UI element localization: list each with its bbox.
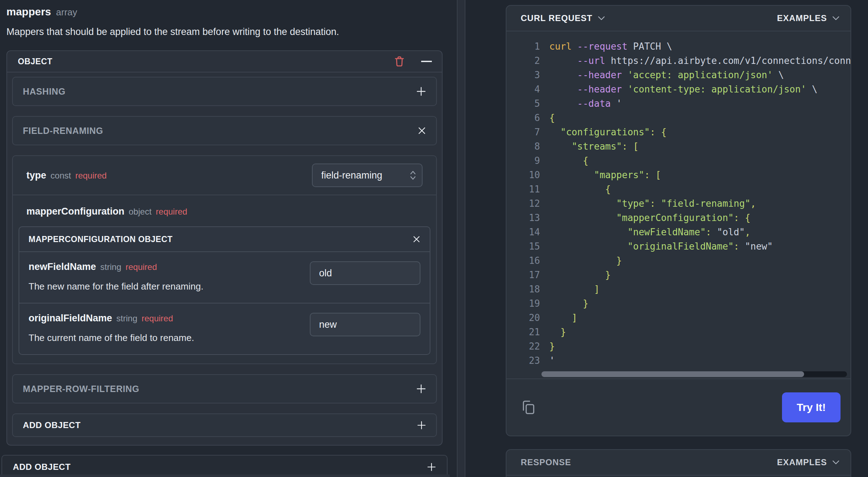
line-number: 1: [506, 39, 540, 54]
new-field-name-row: newFieldName string required The new nam…: [19, 252, 430, 303]
code-text: "configurations": {: [540, 125, 667, 139]
add-object-outer-button[interactable]: ADD OBJECT: [1, 455, 448, 477]
code-text: ]: [540, 282, 600, 296]
add-object-outer-label: ADD OBJECT: [13, 462, 71, 472]
curl-request-dropdown[interactable]: CURL REQUEST: [521, 13, 605, 23]
line-number: 12: [506, 196, 540, 211]
mapper-configuration-card: MAPPERCONFIGURATION OBJECT newFieldName: [19, 226, 430, 355]
code-line: 14 "newFieldName": "old",: [506, 225, 851, 239]
code-text: {: [540, 182, 611, 196]
line-number: 22: [506, 339, 540, 353]
new-field-name-label: newFieldName: [29, 261, 96, 272]
horizontal-scrollbar-thumb[interactable]: [541, 371, 804, 377]
code-line: 11 {: [506, 182, 851, 196]
trash-icon: [393, 55, 406, 68]
line-number: 17: [506, 268, 540, 282]
code-line: 13 "mapperConfiguration": {: [506, 211, 851, 225]
code-line: 3 --header 'accept: application/json' \: [506, 68, 851, 82]
code-line: 16 }: [506, 253, 851, 268]
code-footer: Try It!: [506, 378, 851, 436]
curl-request-title: CURL REQUEST: [521, 13, 592, 23]
code-text: }: [540, 296, 589, 311]
object-card-header: OBJECT: [7, 51, 442, 72]
api-docs-page: mappers array Mappers that should be app…: [0, 0, 868, 477]
code-lines: 1curl --request PATCH \2 --url https://a…: [506, 31, 851, 368]
try-it-button[interactable]: Try It!: [782, 392, 841, 422]
code-text: --header 'content-type: application/json…: [540, 82, 817, 96]
code-text: "type": "field-renaming",: [540, 196, 756, 211]
response-title: RESPONSE: [521, 457, 571, 467]
code-line: 21 }: [506, 325, 851, 339]
code-line: 2 --url https://api.airbyte.com/v1/conne…: [506, 54, 851, 68]
original-field-name-row: originalFieldName string required The cu…: [19, 303, 430, 354]
field-type: array: [56, 7, 77, 18]
code-line: 8 "streams": [: [506, 139, 851, 154]
add-object-inner-button[interactable]: ADD OBJECT: [12, 413, 437, 437]
type-name: type: [26, 170, 46, 181]
original-field-name-input[interactable]: [310, 313, 420, 336]
new-field-name-meta: string: [100, 262, 121, 272]
mapper-configuration-name: mapperConfiguration: [26, 206, 125, 217]
field-renaming-content: type const required field-renaming: [12, 155, 437, 364]
code-text: ': [540, 353, 555, 368]
code-text: "originalFieldName": "new": [540, 239, 773, 253]
line-number: 2: [506, 54, 540, 68]
code-text: --header 'accept: application/json' \: [540, 68, 784, 82]
stepper-icon: [409, 170, 417, 181]
code-text: }: [540, 339, 555, 353]
original-field-name-info: originalFieldName string required The cu…: [29, 313, 194, 343]
horizontal-scrollbar[interactable]: [541, 371, 847, 377]
hashing-title: HASHING: [23, 86, 65, 97]
chevron-down-icon: [832, 16, 840, 21]
code-line: 19 }: [506, 296, 851, 311]
line-number: 18: [506, 282, 540, 296]
section-mapper-row-filtering[interactable]: MAPPER-ROW-FILTERING: [12, 374, 437, 403]
type-select[interactable]: field-renaming: [312, 164, 423, 187]
delete-object-button[interactable]: [393, 55, 406, 68]
object-card-body: HASHING FIELD-RENAMING type co: [7, 72, 442, 445]
panel-scrollbar-gutter[interactable]: [457, 0, 465, 477]
new-field-name-required-badge: required: [126, 262, 157, 272]
line-number: 23: [506, 353, 540, 368]
code-line: 9 {: [506, 154, 851, 168]
original-field-name-description: The current name of the field to rename.: [29, 332, 194, 343]
original-field-name-label: originalFieldName: [29, 313, 112, 324]
line-number: 3: [506, 68, 540, 82]
mapper-configuration-card-header: MAPPERCONFIGURATION OBJECT: [19, 227, 430, 252]
section-field-renaming[interactable]: FIELD-RENAMING: [12, 116, 437, 145]
section-hashing[interactable]: HASHING: [12, 77, 437, 106]
plus-icon: [416, 86, 426, 96]
new-field-name-description: The new name for the field after renamin…: [29, 281, 203, 292]
minus-icon: [421, 60, 432, 62]
type-row-labels: type const required: [26, 170, 107, 181]
field-description: Mappers that should be applied to the st…: [6, 26, 450, 37]
code-text: curl --request PATCH \: [540, 39, 672, 54]
type-row: type const required field-renaming: [13, 156, 436, 195]
type-meta: const: [51, 171, 71, 181]
type-select-value: field-renaming: [321, 170, 382, 181]
code-text: "mappers": [: [540, 168, 661, 182]
code-line: 5 --data ': [506, 96, 851, 111]
mapper-configuration-card-title: MAPPERCONFIGURATION OBJECT: [29, 235, 173, 244]
new-field-name-input[interactable]: [310, 261, 420, 285]
line-number: 15: [506, 239, 540, 253]
close-mapper-configuration-button[interactable]: [413, 235, 420, 243]
collapse-object-button[interactable]: [421, 60, 432, 62]
code-line: 20 ]: [506, 311, 851, 325]
code-line: 17 }: [506, 268, 851, 282]
code-text: }: [540, 268, 611, 282]
field-name: mappers: [6, 6, 51, 18]
line-number: 7: [506, 125, 540, 139]
line-number: 19: [506, 296, 540, 311]
code-line: 23': [506, 353, 851, 368]
code-text: "mapperConfiguration": {: [540, 211, 751, 225]
line-number: 10: [506, 168, 540, 182]
copy-icon: [520, 399, 536, 416]
curl-request-header: CURL REQUEST EXAMPLES: [506, 6, 851, 31]
code-line: 10 "mappers": [: [506, 168, 851, 182]
line-number: 11: [506, 182, 540, 196]
copy-code-button[interactable]: [520, 399, 536, 416]
schema-form-panel: mappers array Mappers that should be app…: [0, 0, 450, 477]
curl-examples-dropdown[interactable]: EXAMPLES: [777, 13, 840, 23]
response-examples-dropdown[interactable]: EXAMPLES: [777, 457, 840, 467]
